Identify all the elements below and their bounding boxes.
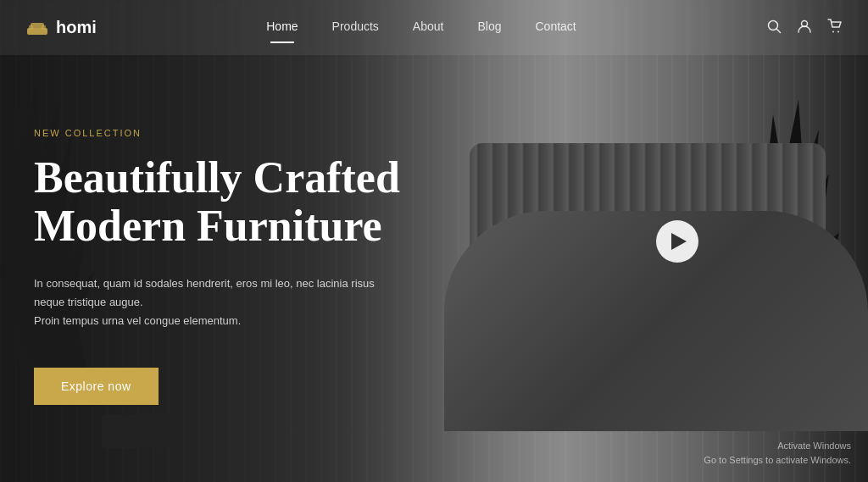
collection-label: NEW COLLECTION <box>34 128 475 138</box>
search-button[interactable] <box>766 19 782 36</box>
watermark-line1: Activate Windows <box>704 439 851 453</box>
nav-products[interactable]: Products <box>332 19 379 36</box>
svg-point-8 <box>837 31 839 33</box>
svg-point-7 <box>832 31 834 33</box>
hero-title-line2: Modern Furniture <box>34 202 382 250</box>
nav-about[interactable]: About <box>413 19 444 36</box>
account-button[interactable] <box>797 19 812 36</box>
cart-button[interactable] <box>827 19 843 36</box>
nav-icon-group <box>766 19 843 36</box>
hero-title: Beautifully Crafted Modern Furniture <box>34 153 475 250</box>
play-button[interactable] <box>656 220 698 263</box>
hero-desc-line1: In consequat, quam id sodales hendrerit,… <box>34 277 375 308</box>
hero-desc-line2: Proin tempus urna vel congue elementum. <box>34 314 241 327</box>
nav-links: Home Products About Blog Contact <box>76 19 766 36</box>
navigation-bar: homi Home Products About Blog Contact <box>0 0 868 55</box>
hero-content: NEW COLLECTION Beautifully Crafted Moder… <box>0 0 509 482</box>
hero-title-line1: Beautifully Crafted <box>34 153 400 202</box>
svg-rect-3 <box>31 23 44 28</box>
svg-line-5 <box>777 30 781 33</box>
nav-contact[interactable]: Contact <box>535 19 576 36</box>
hero-section: homi Home Products About Blog Contact <box>0 0 868 482</box>
play-icon <box>671 233 687 250</box>
windows-watermark: Activate Windows Go to Settings to activ… <box>704 439 851 467</box>
hero-description: In consequat, quam id sodales hendrerit,… <box>34 274 407 330</box>
nav-home[interactable]: Home <box>266 19 298 36</box>
explore-now-button[interactable]: Explore now <box>34 368 159 405</box>
watermark-line2: Go to Settings to activate Windows. <box>704 453 851 468</box>
nav-blog[interactable]: Blog <box>477 19 501 36</box>
svg-point-4 <box>769 21 778 30</box>
logo-icon <box>25 18 49 38</box>
